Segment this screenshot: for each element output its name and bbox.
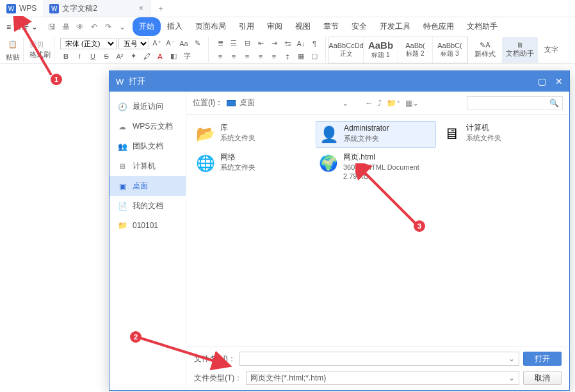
- change-case-icon[interactable]: Aa: [178, 38, 190, 49]
- file-list[interactable]: 📂库系统文件夹👤Administrator系统文件夹🖥计算机系统文件夹🌐网络系统…: [186, 115, 569, 346]
- qat-dropdown-icon[interactable]: ⌄: [117, 22, 127, 31]
- tab-layout[interactable]: 页面布局: [189, 17, 232, 36]
- file-item[interactable]: 🌐网络系统文件夹: [193, 151, 313, 177]
- cut-button[interactable]: 剪切: [29, 40, 44, 49]
- file-item[interactable]: 📂库系统文件夹: [193, 121, 313, 148]
- sidebar-item-桌面[interactable]: ▣桌面: [109, 176, 186, 196]
- open-button[interactable]: 打开: [523, 352, 562, 366]
- close-tab-icon[interactable]: ×: [139, 4, 143, 13]
- redo-icon[interactable]: ↷: [103, 22, 113, 31]
- file-menu[interactable]: ≡ 文件 ⌄: [3, 21, 42, 32]
- sidebar-item-我的文档[interactable]: 📄我的文档: [109, 196, 186, 216]
- sidebar-item-计算机[interactable]: 🖥计算机: [109, 156, 186, 176]
- file-type-combo[interactable]: 网页文件(*.html;*.htm): [246, 371, 519, 385]
- sidebar-item-最近访问[interactable]: 🕘最近访问: [109, 97, 186, 117]
- menubar: ≡ 文件 ⌄ 🖫 🖶 👁 ↶ ↷ ⌄ 开始 插入 页面布局 引用 审阅 视图 章…: [0, 17, 575, 36]
- search-input[interactable]: 🔍: [467, 96, 563, 110]
- sidebar-item-010101[interactable]: 📁010101: [109, 216, 186, 235]
- new-folder-icon[interactable]: 📁⁺: [387, 99, 400, 108]
- strike-icon[interactable]: S: [101, 51, 112, 62]
- grow-font-icon[interactable]: A⁺: [151, 38, 163, 49]
- font-name-select[interactable]: 宋体 (正文): [60, 38, 117, 49]
- shading-icon[interactable]: ◧: [168, 51, 179, 62]
- tab-special[interactable]: 特色应用: [417, 17, 460, 36]
- highlight-icon[interactable]: 🖍: [141, 51, 152, 62]
- tab-security[interactable]: 安全: [345, 17, 373, 36]
- file-item[interactable]: 🌍网页.html360 se HTML Document2.79 KB: [316, 151, 436, 177]
- app-tab-wps[interactable]: W WPS: [0, 0, 43, 17]
- style-heading3[interactable]: AaBbC(标题 3: [433, 37, 467, 63]
- file-name-combo[interactable]: [239, 352, 519, 366]
- back-icon[interactable]: ←: [365, 99, 373, 108]
- tab-references[interactable]: 引用: [232, 17, 261, 36]
- indent-inc-icon[interactable]: ⇥: [268, 38, 280, 49]
- format-painter-button[interactable]: 格式刷: [29, 50, 51, 60]
- doc-tab[interactable]: W 文字文稿2 ×: [43, 0, 150, 17]
- file-item[interactable]: 👤Administrator系统文件夹: [316, 121, 436, 148]
- location-value[interactable]: 桌面: [239, 97, 255, 108]
- italic-icon[interactable]: I: [74, 51, 85, 62]
- cancel-button[interactable]: 取消: [523, 371, 562, 385]
- char-tools-button[interactable]: 文字: [540, 37, 562, 63]
- tab-start[interactable]: 开始: [133, 17, 161, 36]
- preview-icon[interactable]: 👁: [75, 22, 85, 31]
- print-icon[interactable]: 🖶: [61, 22, 71, 31]
- up-icon[interactable]: ⤴: [378, 99, 382, 108]
- tab-section[interactable]: 章节: [317, 17, 345, 36]
- new-style-button[interactable]: ✎A 新样式: [471, 37, 499, 63]
- show-marks-icon[interactable]: ¶: [309, 38, 320, 49]
- align-center-icon[interactable]: ≡: [228, 51, 239, 62]
- paste-icon[interactable]: 📋: [6, 37, 20, 51]
- tab-dev[interactable]: 开发工具: [373, 17, 417, 36]
- location-dropdown-icon[interactable]: ⌄: [342, 99, 348, 108]
- save-icon[interactable]: 🖫: [47, 22, 57, 31]
- indent-dec-icon[interactable]: ⇤: [255, 38, 266, 49]
- style-heading2[interactable]: AaBb(标题 2: [398, 37, 433, 63]
- line-spacing-icon[interactable]: ‡: [282, 51, 293, 62]
- text-effect-icon[interactable]: ✦: [127, 51, 139, 62]
- doc-helper-button[interactable]: 🗎 文档助手: [502, 37, 538, 63]
- sort-icon[interactable]: A↓: [295, 38, 307, 49]
- doc-icon: W: [49, 4, 59, 13]
- location-label: 位置(I)：: [193, 97, 223, 108]
- style-normal[interactable]: AaBbCcDd正文: [329, 37, 364, 63]
- sidebar-item-团队文档[interactable]: 👥团队文档: [109, 136, 186, 156]
- multilevel-icon[interactable]: ⊟: [241, 38, 253, 49]
- distribute-icon[interactable]: ≡: [268, 51, 280, 62]
- dialog-minimize-icon[interactable]: ▢: [538, 76, 546, 86]
- para-shading-icon[interactable]: ▦: [295, 51, 307, 62]
- dialog-close-icon[interactable]: ✕: [555, 76, 563, 86]
- open-dialog: W 打开 ▢ ✕ 🕘最近访问☁WPS云文档👥团队文档🖥计算机▣桌面📄我的文档📁0…: [109, 70, 570, 391]
- bold-icon[interactable]: B: [60, 51, 72, 62]
- align-right-icon[interactable]: ≡: [241, 51, 253, 62]
- font-color-icon[interactable]: A: [154, 51, 166, 62]
- shrink-font-icon[interactable]: A⁻: [165, 38, 176, 49]
- view-icon[interactable]: ▦⌄: [405, 99, 419, 108]
- sidebar-item-WPS云文档[interactable]: ☁WPS云文档: [109, 117, 186, 136]
- tab-view[interactable]: 视图: [289, 17, 317, 36]
- styles-gallery[interactable]: AaBbCcDd正文 AaBb标题 1 AaBb(标题 2 AaBbC(标题 3: [328, 37, 468, 63]
- clear-format-icon[interactable]: ✎: [191, 38, 203, 49]
- numbering-icon[interactable]: ☰: [228, 38, 239, 49]
- tab-doc-helper[interactable]: 文档助手: [460, 17, 504, 36]
- file-icon: 📂: [195, 123, 216, 145]
- superscript-icon[interactable]: A²: [114, 51, 126, 62]
- file-icon: 🖥: [441, 123, 462, 145]
- new-tab-button[interactable]: ＋: [150, 3, 171, 14]
- borders-icon[interactable]: ▢: [309, 51, 320, 62]
- tab-icon[interactable]: ⭾: [282, 38, 293, 49]
- tab-review[interactable]: 审阅: [261, 17, 289, 36]
- align-left-icon[interactable]: ≡: [215, 51, 226, 62]
- bullets-icon[interactable]: ≣: [215, 38, 226, 49]
- font-size-select[interactable]: 五号: [118, 38, 149, 49]
- justify-icon[interactable]: ≡: [255, 51, 266, 62]
- file-name: 计算机: [466, 123, 501, 133]
- file-item[interactable]: 🖥计算机系统文件夹: [439, 121, 559, 148]
- file-icon: 🌐: [195, 152, 216, 174]
- underline-icon[interactable]: U: [87, 51, 99, 62]
- tab-insert[interactable]: 插入: [161, 17, 189, 36]
- style-heading1[interactable]: AaBb标题 1: [364, 37, 398, 63]
- undo-icon[interactable]: ↶: [89, 22, 99, 31]
- char-border-icon[interactable]: 字: [181, 51, 193, 62]
- file-sub: 系统文件夹: [220, 163, 255, 172]
